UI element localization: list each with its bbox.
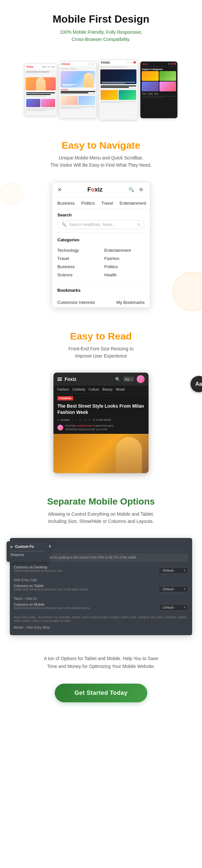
responsive-label: Responsi: [10, 553, 24, 557]
menu-nav-entertainment[interactable]: Entertainment: [120, 201, 146, 206]
navigate-subtitle: Unique Mobile Menu and Quick Scrollbar,T…: [6, 154, 196, 169]
tablet-columns-select[interactable]: - Default - ▼: [159, 586, 188, 592]
mobile-columns-value: - Default -: [161, 606, 175, 609]
dark-tag-row: Food Travel Tech: [140, 93, 177, 95]
search-icon: 🔍: [62, 222, 66, 227]
dark-explore-label: Explore Categories: [140, 67, 177, 71]
dark-logo: foxiz: [142, 63, 148, 65]
article-nav-celebrity[interactable]: Celebrity: [73, 388, 85, 391]
article-img-person: [116, 437, 142, 473]
share-icon: ↗: [57, 418, 60, 422]
phone-screen-2: FOXIZ. What Makes A Pilot's... FASHION: [59, 62, 96, 118]
article-nav-fashion[interactable]: Fashion: [57, 388, 69, 391]
hide-entry-label: Hide Entry Cate: [14, 578, 188, 582]
share-label: SHARE: [61, 418, 70, 422]
read-time: ⏱ 6 MIN READ: [93, 418, 111, 422]
menu-mockup: ✕ Foxiz 🔍 ⚙ Business Politics Travel Ent…: [52, 182, 150, 308]
user-avatar[interactable]: [137, 375, 145, 383]
mobile-sub-note: Select total columns to show per row on …: [14, 607, 159, 610]
desktop-columns-select[interactable]: - Default - ▼: [159, 567, 188, 574]
menu-bookmarks-row: Customize Interests My Bookmarks: [52, 297, 150, 307]
input-note: Input entry meta... by comma. For exampl…: [14, 616, 188, 623]
phone-mockup-2: FOXIZ. What Makes A Pilot's... FASHION: [59, 61, 97, 119]
cat-business[interactable]: Business: [57, 263, 98, 270]
phone-screen-4: foxiz Explore Categories Fo: [140, 62, 177, 118]
mobile-columns-label: Columns on Mobile: [14, 602, 159, 607]
phone-screen-3: FOXIZ. What Is the Presidential Branch A…: [99, 60, 138, 120]
menu-search-icon[interactable]: 🔍: [128, 186, 135, 193]
mobile-hide-label: Mobile - Hide Entry Meta: [14, 626, 188, 629]
mobile-columns-select[interactable]: - Default - ▼: [159, 604, 188, 611]
menu-logo: Foxiz: [87, 186, 102, 193]
menu-settings-icon[interactable]: ⚙: [138, 186, 145, 193]
phone-screen-1: foxiz News Ent Tops: [25, 64, 57, 116]
phone-mockup-1: foxiz News Ent Tops: [24, 64, 57, 116]
section-mobile-first: Mobile First Design 100% Mobile Friendly…: [0, 0, 202, 53]
phones-row: foxiz News Ent Tops: [0, 53, 202, 127]
author-info: POSTED ALEXIS RAN 3 MONTHS AGO UPDATED 2…: [65, 424, 113, 431]
section-navigate: Easy to Navigate Unique Mobile Menu and …: [0, 127, 202, 176]
menu-header: ✕ Foxiz 🔍 ⚙: [52, 182, 150, 197]
updated-date: 2022/01/24 AT 12:14 PM: [78, 428, 107, 431]
menu-categories-grid: Technology Entertainment Travel Fashion …: [57, 245, 145, 280]
menu-nav-travel[interactable]: Travel: [101, 201, 113, 206]
phone-mockup-3: FOXIZ. What Is the Presidential Branch A…: [99, 60, 138, 120]
menu-close-icon[interactable]: ✕: [57, 187, 62, 193]
section-mobile-options: Separate Mobile Options Allowing to Cont…: [0, 483, 202, 531]
cta-button[interactable]: Get Started Today: [55, 684, 147, 702]
dark-phone-header: foxiz: [140, 62, 177, 67]
cat-fashion[interactable]: Fashion: [104, 255, 145, 262]
desktop-sub-note: Select total columns to show per row.: [14, 569, 159, 573]
menu-mockup-wrapper: ✕ Foxiz 🔍 ⚙ Business Politics Travel Ent…: [0, 176, 202, 318]
search-placeholder-text: Search Headlines, News...: [69, 222, 135, 227]
desktop-columns-value: - Default -: [161, 569, 175, 572]
bottom-text: A ton of Options for Tablet and Mobile. …: [13, 655, 189, 671]
cat-travel[interactable]: Travel: [57, 255, 98, 262]
article-nav-culture[interactable]: Culture: [89, 388, 99, 391]
my-bookmarks-link[interactable]: My Bookmarks: [116, 300, 145, 305]
posted-label: POSTED: [65, 424, 76, 427]
tablet-hide-label: Tablet - Hide En: [14, 597, 188, 600]
article-mockup: Foxiz 🔍 Aa ↕ Fashion Celebrity Culture B…: [54, 373, 148, 473]
cat-science[interactable]: Science: [57, 272, 98, 278]
menu-logo-text: Foxiz: [87, 186, 102, 193]
menu-divider-2: [57, 283, 145, 283]
cat-health[interactable]: Health: [104, 272, 145, 278]
tablet-columns-row: Columns on Tablet Select total columns t…: [14, 584, 188, 594]
menu-divider-1: [57, 232, 145, 233]
custom-panel-title: Custom Fo: [15, 545, 34, 549]
mobile-hide-row: Mobile - Hide Entry Meta: [14, 626, 188, 629]
article-header: Foxiz 🔍 Aa ↕: [54, 373, 148, 386]
cat-politics[interactable]: Politics: [104, 263, 145, 270]
navigate-deco-wrapper: ✕ Foxiz 🔍 ⚙ Business Politics Travel Ent…: [0, 176, 202, 318]
article-nav-beauty[interactable]: Beauty: [102, 388, 113, 391]
location-icon: ◎: [137, 222, 140, 226]
tablet-sub-note: Select total columns to show per row on …: [14, 588, 159, 592]
customize-interests-link[interactable]: Customize Interests: [57, 300, 95, 305]
navigate-title: Easy to Navigate: [6, 140, 196, 151]
menu-nav-politics[interactable]: Politics: [81, 201, 95, 206]
cat-technology[interactable]: Technology: [57, 247, 98, 254]
phone1-hero-image: [26, 77, 56, 90]
phone-mockup-4: foxiz Explore Categories Fo: [140, 61, 178, 119]
article-nav-model[interactable]: Model: [116, 388, 125, 391]
tablet-select-arrow: ▼: [183, 588, 186, 591]
author-name: ALEXIS RAN: [77, 424, 92, 427]
custom-panel-arrow: ▶: [10, 545, 13, 549]
article-search-icon[interactable]: 🔍: [115, 377, 120, 382]
read-subtitle: Front-End Font Size Resizing toImprove U…: [6, 345, 196, 360]
read-title: Easy to Read: [6, 331, 196, 342]
desktop-columns-label: Columns on Desktop: [14, 565, 159, 569]
cat-entertainment[interactable]: Entertainment: [104, 247, 145, 254]
menu-nav-business[interactable]: Business: [57, 201, 75, 206]
mobile-options-title: Separate Mobile Options: [6, 496, 196, 507]
article-title: The Best Street Style Looks From Milan F…: [54, 402, 148, 417]
menu-categories-title: Categories: [57, 237, 145, 242]
menu-nav-row: Business Politics Travel Entertainment S…: [52, 197, 150, 209]
search-box[interactable]: 🔍 Search Headlines, News... ◎: [57, 220, 145, 229]
hamburger-icon[interactable]: [57, 377, 62, 381]
mobile-select-arrow: ▼: [183, 606, 186, 609]
font-size-control[interactable]: Aa ↕: [123, 376, 134, 382]
menu-bookmarks-section: Bookmarks: [52, 284, 150, 297]
hide-entry-desktop-row: Hide Entry Cate: [14, 578, 188, 582]
